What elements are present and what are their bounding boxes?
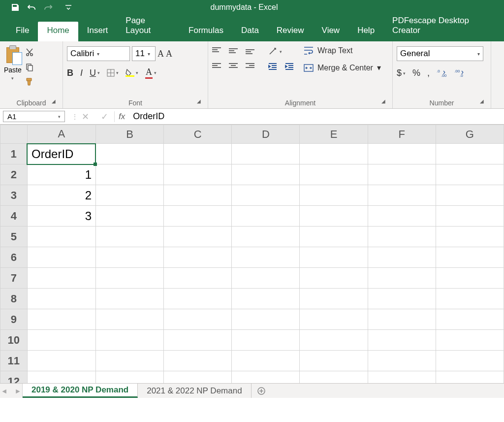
- sheet-next-icon[interactable]: ►: [15, 387, 22, 395]
- cell[interactable]: [232, 309, 300, 330]
- tab-file[interactable]: File: [7, 22, 38, 41]
- orientation-button[interactable]: ▾: [268, 47, 282, 56]
- fx-label[interactable]: fx: [115, 112, 129, 122]
- increase-font-icon[interactable]: A: [158, 49, 164, 59]
- cell[interactable]: [368, 309, 436, 330]
- cell[interactable]: [27, 289, 95, 309]
- cell[interactable]: [232, 247, 300, 268]
- cell[interactable]: [164, 309, 232, 330]
- font-size-combo[interactable]: 11 ▾: [132, 46, 156, 61]
- cell[interactable]: [95, 268, 163, 289]
- cell[interactable]: [368, 289, 436, 309]
- cell[interactable]: [300, 185, 368, 206]
- name-box[interactable]: A1 ▾: [3, 111, 65, 122]
- cell[interactable]: [436, 330, 504, 351]
- borders-button[interactable]: ▾: [107, 69, 119, 77]
- formula-input[interactable]: OrderID: [129, 111, 164, 122]
- comma-style-button[interactable]: ,: [427, 68, 430, 78]
- cell-a4[interactable]: 3: [27, 206, 95, 227]
- wrap-text-button[interactable]: Wrap Text: [304, 46, 381, 55]
- sheet-tab[interactable]: 2021 & 2022 NP Demand: [138, 384, 251, 398]
- cell[interactable]: [164, 227, 232, 247]
- cell[interactable]: [27, 247, 95, 268]
- cell[interactable]: [232, 289, 300, 309]
- decrease-font-icon[interactable]: A: [166, 49, 172, 59]
- cell[interactable]: [164, 144, 232, 164]
- align-bottom-icon[interactable]: [246, 47, 254, 54]
- italic-button[interactable]: I: [80, 68, 83, 78]
- font-dialog-launcher-icon[interactable]: ◢: [195, 97, 203, 105]
- cell-a1[interactable]: OrderID: [27, 144, 95, 164]
- cell[interactable]: [164, 289, 232, 309]
- cell[interactable]: [232, 227, 300, 247]
- row-header[interactable]: 9: [0, 309, 28, 330]
- cell[interactable]: [27, 309, 95, 330]
- tab-page-layout[interactable]: Page Layout: [117, 12, 180, 41]
- cell[interactable]: [300, 351, 368, 371]
- decrease-indent-icon[interactable]: [268, 63, 277, 70]
- row-header[interactable]: 4: [0, 206, 28, 227]
- cell[interactable]: [232, 206, 300, 227]
- cell[interactable]: [436, 164, 504, 185]
- cell[interactable]: [436, 227, 504, 247]
- cell[interactable]: [232, 330, 300, 351]
- tab-pdfescape[interactable]: PDFescape Desktop Creator: [383, 12, 504, 41]
- underline-button[interactable]: U▾: [90, 68, 100, 78]
- column-header[interactable]: G: [436, 125, 504, 144]
- cell[interactable]: [300, 330, 368, 351]
- tab-home[interactable]: Home: [38, 22, 78, 41]
- cell[interactable]: [164, 351, 232, 371]
- cell[interactable]: [436, 206, 504, 227]
- cell[interactable]: [27, 351, 95, 371]
- cell[interactable]: [164, 268, 232, 289]
- sheet-nav[interactable]: ◄►: [0, 384, 23, 398]
- cell[interactable]: [164, 164, 232, 185]
- cell[interactable]: [232, 351, 300, 371]
- new-sheet-button[interactable]: [252, 384, 271, 398]
- cell[interactable]: [436, 144, 504, 164]
- sheet-prev-icon[interactable]: ◄: [1, 387, 8, 395]
- cell[interactable]: [95, 289, 163, 309]
- currency-button[interactable]: $▾: [397, 68, 406, 78]
- cell-a3[interactable]: 2: [27, 185, 95, 206]
- align-middle-icon[interactable]: [229, 47, 238, 54]
- cell-a2[interactable]: 1: [27, 164, 95, 185]
- cell[interactable]: [95, 164, 163, 185]
- column-header[interactable]: C: [164, 125, 232, 144]
- font-color-button[interactable]: A▾: [145, 67, 157, 79]
- decrease-decimal-icon[interactable]: .00.0: [454, 69, 465, 78]
- undo-icon[interactable]: [28, 3, 36, 12]
- increase-indent-icon[interactable]: [285, 63, 294, 70]
- cell[interactable]: [368, 164, 436, 185]
- cell[interactable]: [436, 247, 504, 268]
- cell[interactable]: [300, 247, 368, 268]
- column-header[interactable]: E: [300, 125, 368, 144]
- copy-icon[interactable]: [25, 62, 34, 72]
- cell[interactable]: [300, 164, 368, 185]
- column-header[interactable]: A: [27, 125, 95, 144]
- cell[interactable]: [368, 185, 436, 206]
- cell[interactable]: [436, 351, 504, 371]
- column-header[interactable]: B: [95, 125, 163, 144]
- alignment-dialog-launcher-icon[interactable]: ◢: [379, 97, 387, 105]
- redo-icon[interactable]: [44, 3, 53, 12]
- row-header[interactable]: 11: [0, 351, 28, 371]
- cell[interactable]: [27, 227, 95, 247]
- row-header[interactable]: 6: [0, 247, 28, 268]
- cell[interactable]: [95, 330, 163, 351]
- row-header[interactable]: 7: [0, 268, 28, 289]
- cell[interactable]: [164, 330, 232, 351]
- cell[interactable]: [300, 144, 368, 164]
- align-top-icon[interactable]: [212, 47, 221, 54]
- cell[interactable]: [300, 227, 368, 247]
- cell[interactable]: [95, 351, 163, 371]
- font-name-combo[interactable]: Calibri ▾: [67, 46, 130, 61]
- save-icon[interactable]: [11, 3, 20, 12]
- tab-review[interactable]: Review: [268, 22, 313, 41]
- percent-button[interactable]: %: [412, 68, 420, 78]
- bold-button[interactable]: B: [67, 68, 73, 78]
- fill-color-button[interactable]: ▾: [126, 69, 138, 77]
- cell[interactable]: [300, 289, 368, 309]
- paste-button[interactable]: Paste ▾: [4, 44, 22, 98]
- row-header[interactable]: 8: [0, 289, 28, 309]
